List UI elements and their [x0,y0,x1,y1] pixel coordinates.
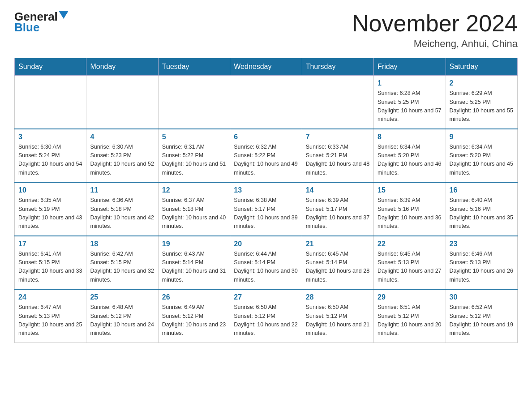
calendar-day-cell: 16Sunrise: 6:40 AM Sunset: 5:16 PM Dayli… [446,182,517,236]
calendar-day-cell: 26Sunrise: 6:49 AM Sunset: 5:12 PM Dayli… [158,289,230,342]
calendar-day-cell: 14Sunrise: 6:39 AM Sunset: 5:17 PM Dayli… [302,182,373,236]
day-number: 10 [18,186,82,194]
column-header-sunday: Sunday [15,58,86,76]
calendar-week-row: 17Sunrise: 6:41 AM Sunset: 5:15 PM Dayli… [15,236,518,290]
calendar-day-cell: 9Sunrise: 6:34 AM Sunset: 5:20 PM Daylig… [446,129,517,183]
day-info: Sunrise: 6:48 AM Sunset: 5:12 PM Dayligh… [90,303,154,338]
calendar-day-cell: 11Sunrise: 6:36 AM Sunset: 5:18 PM Dayli… [86,182,158,236]
calendar-day-cell: 13Sunrise: 6:38 AM Sunset: 5:17 PM Dayli… [230,182,302,236]
column-header-saturday: Saturday [446,58,517,76]
column-header-wednesday: Wednesday [230,58,302,76]
day-info: Sunrise: 6:30 AM Sunset: 5:23 PM Dayligh… [90,143,154,178]
day-info: Sunrise: 6:45 AM Sunset: 5:13 PM Dayligh… [378,250,442,285]
calendar-day-cell: 30Sunrise: 6:52 AM Sunset: 5:12 PM Dayli… [446,289,517,342]
calendar-day-cell: 3Sunrise: 6:30 AM Sunset: 5:24 PM Daylig… [15,129,86,183]
calendar-day-cell [15,76,86,129]
calendar-table: SundayMondayTuesdayWednesdayThursdayFrid… [14,58,518,343]
location-title: Meicheng, Anhui, China [352,38,518,50]
title-area: November 2024 Meicheng, Anhui, China [352,11,518,50]
day-number: 7 [306,133,370,141]
calendar-week-row: 1Sunrise: 6:28 AM Sunset: 5:25 PM Daylig… [15,76,518,129]
calendar-day-cell: 8Sunrise: 6:34 AM Sunset: 5:20 PM Daylig… [374,129,446,183]
day-number: 1 [378,79,442,87]
day-info: Sunrise: 6:33 AM Sunset: 5:21 PM Dayligh… [306,143,370,178]
day-info: Sunrise: 6:31 AM Sunset: 5:22 PM Dayligh… [162,143,226,178]
day-info: Sunrise: 6:39 AM Sunset: 5:17 PM Dayligh… [306,196,370,231]
calendar-day-cell: 28Sunrise: 6:50 AM Sunset: 5:12 PM Dayli… [302,289,373,342]
month-title: November 2024 [352,11,518,36]
calendar-day-cell: 21Sunrise: 6:45 AM Sunset: 5:14 PM Dayli… [302,236,373,290]
day-info: Sunrise: 6:30 AM Sunset: 5:24 PM Dayligh… [18,143,82,178]
day-info: Sunrise: 6:34 AM Sunset: 5:20 PM Dayligh… [378,143,442,178]
day-info: Sunrise: 6:35 AM Sunset: 5:19 PM Dayligh… [18,196,82,231]
day-info: Sunrise: 6:46 AM Sunset: 5:13 PM Dayligh… [450,250,514,285]
day-info: Sunrise: 6:38 AM Sunset: 5:17 PM Dayligh… [234,196,298,231]
calendar-day-cell: 20Sunrise: 6:44 AM Sunset: 5:14 PM Dayli… [230,236,302,290]
day-number: 6 [234,133,298,141]
day-info: Sunrise: 6:37 AM Sunset: 5:18 PM Dayligh… [162,196,226,231]
calendar-day-cell: 25Sunrise: 6:48 AM Sunset: 5:12 PM Dayli… [86,289,158,342]
day-number: 29 [378,293,442,301]
day-number: 8 [378,133,442,141]
day-info: Sunrise: 6:39 AM Sunset: 5:16 PM Dayligh… [378,196,442,231]
header: General Blue November 2024 Meicheng, Anh… [14,11,518,50]
calendar-day-cell: 2Sunrise: 6:29 AM Sunset: 5:25 PM Daylig… [446,76,517,129]
day-info: Sunrise: 6:29 AM Sunset: 5:25 PM Dayligh… [450,89,514,124]
day-number: 27 [234,293,298,301]
column-header-tuesday: Tuesday [158,58,230,76]
day-info: Sunrise: 6:32 AM Sunset: 5:22 PM Dayligh… [234,143,298,178]
calendar-day-cell [86,76,158,129]
day-number: 30 [450,293,514,301]
calendar-day-cell: 22Sunrise: 6:45 AM Sunset: 5:13 PM Dayli… [374,236,446,290]
calendar-day-cell: 23Sunrise: 6:46 AM Sunset: 5:13 PM Dayli… [446,236,517,290]
logo-arrow-icon [59,11,69,19]
day-number: 23 [450,240,514,248]
day-number: 16 [450,186,514,194]
calendar-day-cell: 24Sunrise: 6:47 AM Sunset: 5:13 PM Dayli… [15,289,86,342]
column-header-monday: Monday [86,58,158,76]
calendar-day-cell: 29Sunrise: 6:51 AM Sunset: 5:12 PM Dayli… [374,289,446,342]
day-number: 15 [378,186,442,194]
day-number: 18 [90,240,154,248]
logo: General Blue [14,11,69,33]
day-number: 21 [306,240,370,248]
day-number: 22 [378,240,442,248]
day-info: Sunrise: 6:45 AM Sunset: 5:14 PM Dayligh… [306,250,370,285]
calendar-day-cell: 15Sunrise: 6:39 AM Sunset: 5:16 PM Dayli… [374,182,446,236]
calendar-day-cell [302,76,373,129]
calendar-day-cell: 6Sunrise: 6:32 AM Sunset: 5:22 PM Daylig… [230,129,302,183]
calendar-day-cell: 19Sunrise: 6:43 AM Sunset: 5:14 PM Dayli… [158,236,230,290]
day-number: 17 [18,240,82,248]
calendar-day-cell: 18Sunrise: 6:42 AM Sunset: 5:15 PM Dayli… [86,236,158,290]
day-info: Sunrise: 6:43 AM Sunset: 5:14 PM Dayligh… [162,250,226,285]
day-number: 14 [306,186,370,194]
day-number: 13 [234,186,298,194]
calendar-day-cell: 5Sunrise: 6:31 AM Sunset: 5:22 PM Daylig… [158,129,230,183]
day-number: 5 [162,133,226,141]
day-info: Sunrise: 6:51 AM Sunset: 5:12 PM Dayligh… [378,303,442,338]
calendar-day-cell: 7Sunrise: 6:33 AM Sunset: 5:21 PM Daylig… [302,129,373,183]
day-number: 12 [162,186,226,194]
svg-marker-0 [59,11,69,19]
day-number: 3 [18,133,82,141]
day-info: Sunrise: 6:28 AM Sunset: 5:25 PM Dayligh… [378,89,442,124]
day-info: Sunrise: 6:52 AM Sunset: 5:12 PM Dayligh… [450,303,514,338]
calendar-day-cell: 4Sunrise: 6:30 AM Sunset: 5:23 PM Daylig… [86,129,158,183]
day-info: Sunrise: 6:36 AM Sunset: 5:18 PM Dayligh… [90,196,154,231]
day-info: Sunrise: 6:49 AM Sunset: 5:12 PM Dayligh… [162,303,226,338]
day-info: Sunrise: 6:44 AM Sunset: 5:14 PM Dayligh… [234,250,298,285]
column-header-thursday: Thursday [302,58,373,76]
day-info: Sunrise: 6:42 AM Sunset: 5:15 PM Dayligh… [90,250,154,285]
day-number: 11 [90,186,154,194]
day-number: 26 [162,293,226,301]
calendar-day-cell: 17Sunrise: 6:41 AM Sunset: 5:15 PM Dayli… [15,236,86,290]
day-number: 2 [450,79,514,87]
calendar-day-cell: 12Sunrise: 6:37 AM Sunset: 5:18 PM Dayli… [158,182,230,236]
day-info: Sunrise: 6:41 AM Sunset: 5:15 PM Dayligh… [18,250,82,285]
day-info: Sunrise: 6:47 AM Sunset: 5:13 PM Dayligh… [18,303,82,338]
day-number: 4 [90,133,154,141]
column-header-friday: Friday [374,58,446,76]
day-number: 25 [90,293,154,301]
calendar-header-row: SundayMondayTuesdayWednesdayThursdayFrid… [15,58,518,76]
day-number: 9 [450,133,514,141]
